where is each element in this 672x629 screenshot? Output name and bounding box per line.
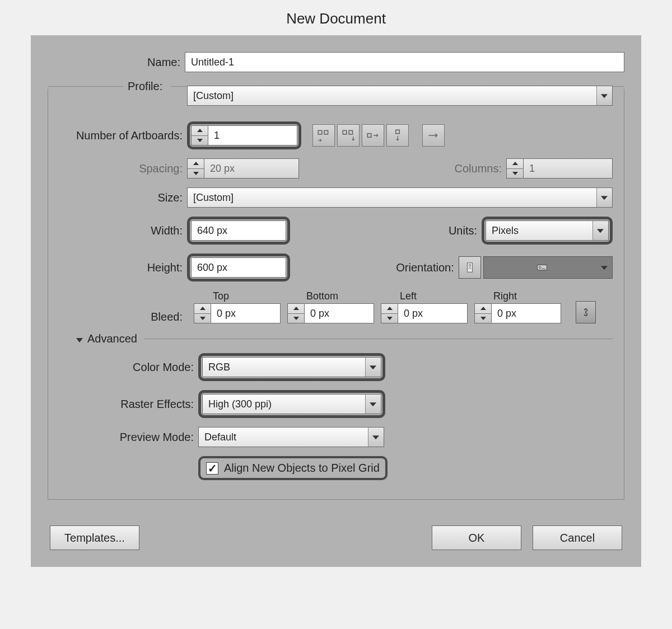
name-label: Name: (48, 56, 185, 69)
svg-rect-4 (367, 134, 371, 138)
units-value: Pixels (492, 225, 519, 237)
new-document-dialog: Name: Profile: [Custom] Number of Artboa… (31, 35, 641, 567)
columns-spinner[interactable] (506, 158, 523, 179)
spacing-spinner[interactable] (187, 158, 204, 179)
color-mode-select[interactable]: RGB (202, 357, 381, 377)
artboards-label: Number of Artboards: (59, 129, 187, 142)
artboards-spinner[interactable] (191, 125, 208, 145)
artboards-input[interactable] (208, 125, 297, 145)
units-label: Units: (449, 224, 482, 237)
artboards-highlight (187, 121, 301, 149)
raster-value: High (300 ppi) (208, 398, 272, 410)
profile-select[interactable]: [Custom] (187, 86, 613, 106)
size-select[interactable]: [Custom] (187, 187, 613, 208)
dialog-title: New Document (0, 0, 672, 35)
units-highlight: Pixels (482, 217, 613, 245)
columns-label: Columns: (455, 162, 506, 175)
bleed-right-label: Right (474, 290, 561, 302)
cancel-button[interactable]: Cancel (533, 525, 622, 550)
color-mode-value: RGB (208, 362, 230, 373)
bleed-top-input[interactable] (211, 303, 281, 323)
spacing-input[interactable] (204, 158, 299, 179)
align-highlight: ✓ Align New Objects to Pixel Grid (198, 456, 388, 480)
arrange-col-icon[interactable] (386, 124, 409, 147)
bleed-link-button[interactable] (576, 301, 596, 323)
bleed-bottom-input[interactable] (304, 303, 374, 323)
width-input[interactable] (191, 220, 286, 241)
preview-value: Default (204, 431, 236, 443)
width-label: Width: (59, 224, 187, 237)
bleed-left-spinner[interactable] (381, 303, 398, 323)
width-highlight (187, 217, 290, 245)
bleed-bottom-spinner[interactable] (287, 303, 304, 323)
align-label: Align New Objects to Pixel Grid (224, 462, 380, 475)
svg-rect-2 (343, 130, 347, 134)
raster-highlight: High (300 ppi) (198, 390, 385, 418)
bleed-left-input[interactable] (398, 303, 468, 323)
svg-rect-3 (349, 130, 353, 134)
ok-button[interactable]: OK (432, 525, 521, 550)
columns-input[interactable] (523, 158, 613, 179)
svg-rect-1 (324, 130, 328, 134)
profile-value: [Custom] (193, 90, 234, 102)
templates-button[interactable]: Templates... (50, 525, 139, 550)
bleed-label: Bleed: (59, 311, 187, 323)
color-mode-label: Color Mode: (59, 361, 198, 374)
raster-select[interactable]: High (300 ppi) (202, 394, 381, 414)
bleed-top-spinner[interactable] (194, 303, 211, 323)
orientation-label: Orientation: (396, 261, 458, 274)
name-input[interactable] (185, 52, 624, 72)
bleed-right-spinner[interactable] (474, 303, 491, 323)
orientation-portrait-button[interactable] (459, 256, 481, 279)
preview-select[interactable]: Default (198, 427, 384, 447)
arrange-row-icon[interactable] (362, 124, 384, 147)
profile-fieldset: Profile: [Custom] Number of Artboards: (48, 89, 624, 500)
height-input[interactable] (191, 257, 286, 278)
preview-label: Preview Mode: (59, 431, 198, 444)
spacing-label: Spacing: (59, 162, 187, 175)
disclosure-triangle-icon (76, 332, 83, 345)
bleed-right-input[interactable] (491, 303, 561, 323)
svg-rect-0 (318, 130, 322, 134)
orientation-landscape-button[interactable] (483, 256, 613, 279)
bleed-left-label: Left (381, 290, 468, 302)
svg-rect-5 (396, 130, 400, 134)
advanced-label: Advanced (87, 332, 137, 345)
arrange-grid-row-icon[interactable] (312, 124, 335, 147)
raster-label: Raster Effects: (59, 398, 198, 411)
height-label: Height: (59, 261, 187, 274)
bleed-top-label: Top (194, 290, 281, 302)
arrange-grid-col-icon[interactable] (337, 124, 360, 147)
color-mode-highlight: RGB (198, 353, 385, 381)
height-highlight (187, 254, 290, 281)
align-checkbox[interactable]: ✓ Align New Objects to Pixel Grid (206, 462, 380, 475)
bleed-bottom-label: Bottom (287, 290, 374, 302)
units-select[interactable]: Pixels (486, 220, 609, 241)
size-value: [Custom] (193, 192, 234, 204)
advanced-header[interactable]: Advanced (76, 332, 613, 345)
checkbox-icon: ✓ (206, 462, 218, 475)
profile-label: Profile: (128, 80, 167, 93)
arrange-direction-icon[interactable] (422, 124, 445, 147)
size-label: Size: (59, 191, 187, 204)
